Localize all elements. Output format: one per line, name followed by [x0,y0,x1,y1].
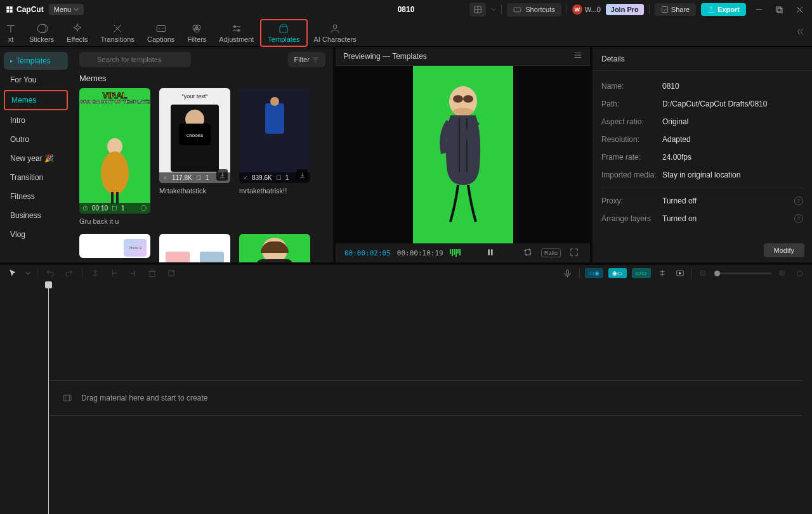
pause-button[interactable] [483,245,497,261]
detail-name: 0810 [662,82,679,91]
trim-left-button[interactable] [108,267,121,279]
collapse-panel-button[interactable] [796,27,804,38]
shortcuts-button[interactable]: Shortcuts [507,3,561,16]
tab-templates[interactable]: Templates [260,19,307,47]
preview-toggle[interactable] [674,267,686,279]
join-pro-button[interactable]: Join Pro [606,4,644,15]
template-card[interactable] [239,234,310,262]
tab-stickers[interactable]: Stickers [23,19,60,47]
delete-button[interactable] [146,267,159,279]
download-button[interactable] [296,169,308,181]
undo-icon [46,269,55,278]
filter-button[interactable]: Filter [288,52,325,67]
sidebar-item-vlog[interactable]: Vlog [4,226,68,243]
refresh-icon [140,205,147,212]
playhead[interactable] [48,281,49,514]
detail-framerate: 24.00fps [662,153,691,162]
download-button[interactable] [216,169,228,181]
project-title: 0810 [398,5,415,14]
zoom-in-button[interactable] [776,267,789,279]
clock-icon [82,205,88,211]
redo-button[interactable] [63,267,75,279]
tab-ai-characters[interactable]: AI Characters [308,19,363,47]
crop-icon [523,248,532,257]
chevron-down-icon[interactable] [25,271,30,276]
crop-button[interactable] [521,245,535,261]
svg-rect-6 [157,25,166,31]
chevron-down-icon [491,7,496,12]
sidebar-item-memes[interactable]: Memes [4,90,68,110]
split-button[interactable] [89,267,102,279]
snap-mode-1[interactable]: ▭◉ [585,268,603,278]
tab-text[interactable]: xt [3,19,23,47]
download-icon [299,172,306,179]
ratio-button[interactable]: Ratio [541,248,561,257]
duration-timecode: 00:00:10:19 [397,249,443,257]
info-icon[interactable]: ? [794,214,803,223]
template-card[interactable]: VIRAL GRU BACK IT UP TEMPLATE 00:101 Gru… [79,88,150,225]
user-chip[interactable]: W W...0 [572,4,601,15]
transitions-icon [112,23,123,34]
tab-filters[interactable]: Filters [181,19,213,47]
preview-canvas[interactable] [413,66,513,243]
zoom-out-button[interactable] [697,267,709,279]
sidebar-item-fitness[interactable]: Fitness [4,188,68,205]
info-icon[interactable]: ? [794,196,803,205]
snap-mode-2[interactable]: ◉▭ [608,268,627,278]
ai-character-icon [329,23,341,34]
snap-mode-3[interactable]: ▭▭ [632,268,651,278]
minimize-button[interactable] [751,2,766,17]
trim-right-icon [129,269,138,278]
sidebar-header-templates[interactable]: Templates [4,52,68,70]
maximize-button[interactable] [771,2,787,17]
sidebar-item-intro[interactable]: Intro [4,112,68,129]
timeline[interactable]: Drag material here and start to create [0,281,812,514]
tab-adjustment[interactable]: Adjustment [213,19,260,47]
magnet-button[interactable] [656,267,669,279]
zoom-in-icon [778,269,787,278]
layout-button[interactable] [469,3,486,16]
template-card[interactable]: Photo 1 Photo 2 I really like [159,234,230,262]
thumb-overlay-text: "your text" [159,93,230,100]
sidebar-item-business[interactable]: Business [4,207,68,224]
export-button[interactable]: Export [701,3,746,16]
tab-transitions[interactable]: Transitions [95,19,141,47]
app-name: CapCut [16,5,44,14]
template-card[interactable]: Photo 2 [79,234,150,262]
menu-button[interactable]: Menu [49,4,84,15]
mic-icon [563,269,572,278]
tab-effects[interactable]: Effects [60,19,94,47]
close-button[interactable] [792,2,807,17]
clips-icon [276,175,282,181]
user-label: W...0 [585,6,601,13]
undo-button[interactable] [44,267,56,279]
mic-button[interactable] [561,267,574,280]
template-card[interactable]: 839.6K1 mrtakethatrisk!! [239,88,310,225]
preview-menu-button[interactable] [573,51,582,61]
fullscreen-button[interactable] [567,245,581,261]
search-input[interactable] [79,52,191,67]
sidebar-item-outro[interactable]: Outro [4,131,68,148]
sidebar-item-transition[interactable]: Transition [4,169,68,186]
sidebar-item-foryou[interactable]: For You [4,71,68,89]
selection-tool[interactable] [6,267,19,279]
zoom-fit-button[interactable] [794,267,806,279]
zoom-slider[interactable] [714,273,771,274]
modify-button[interactable]: Modify [764,243,804,257]
filters-icon [191,23,202,34]
timeline-drop-zone[interactable]: Drag material here and start to create [49,380,802,416]
svg-rect-17 [116,192,119,203]
crop-tl-button[interactable] [165,267,178,279]
svg-point-31 [173,271,174,272]
trim-right-button[interactable] [127,267,140,279]
app-logo: CapCut [5,5,44,14]
sidebar-item-newyear[interactable]: New year 🎉 [4,150,68,167]
sticker-icon [36,23,48,34]
svg-rect-3 [776,7,781,11]
tab-captions[interactable]: Captions [141,19,181,47]
share-button[interactable]: Share [655,3,696,16]
scissors-icon [242,175,248,181]
template-card[interactable]: "your text" CROOKS 117.8K1 Mrtakethatsti… [159,88,230,225]
svg-rect-1 [514,8,521,12]
svg-point-23 [453,95,463,103]
